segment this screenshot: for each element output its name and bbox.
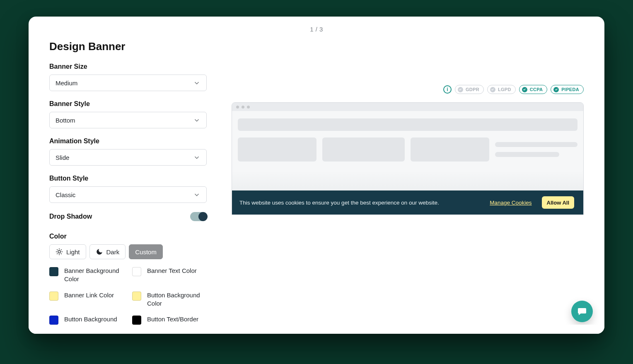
chevron-down-icon bbox=[193, 79, 201, 87]
chip-pipeda[interactable]: PIPEDA bbox=[551, 85, 584, 94]
color-mode-segment: Light Dark Custom bbox=[49, 244, 207, 259]
swatch-label: Button Background bbox=[64, 315, 117, 323]
svg-point-0 bbox=[58, 251, 60, 253]
field-animation-style: Animation Style Slide bbox=[49, 137, 207, 166]
animation-style-label: Animation Style bbox=[49, 137, 207, 145]
animation-style-value: Slide bbox=[56, 154, 69, 161]
color-swatch-icon bbox=[132, 292, 141, 301]
skeleton-block bbox=[238, 137, 316, 162]
svg-line-4 bbox=[61, 253, 61, 254]
skeleton-block bbox=[238, 118, 577, 131]
banner-actions: Manage Cookies Allow All bbox=[490, 196, 574, 209]
chip-gdpr[interactable]: GDPR bbox=[455, 85, 484, 94]
swatch-banner-link[interactable]: Banner Link Color bbox=[49, 291, 124, 308]
color-mode-dark-label: Dark bbox=[106, 248, 120, 256]
traffic-light-icon bbox=[247, 106, 250, 108]
swatch-label: Banner Background Color bbox=[64, 267, 124, 284]
chip-label: PIPEDA bbox=[561, 87, 579, 92]
chip-label: CCPA bbox=[530, 87, 543, 92]
page-title: Design Banner bbox=[49, 40, 207, 53]
banner-style-label: Banner Style bbox=[49, 100, 207, 108]
field-drop-shadow: Drop Shadow bbox=[49, 212, 207, 221]
banner-size-value: Medium bbox=[56, 80, 77, 87]
manage-cookies-link[interactable]: Manage Cookies bbox=[490, 200, 532, 206]
swatch-banner-bg[interactable]: Banner Background Color bbox=[49, 267, 124, 284]
sun-icon bbox=[56, 248, 63, 256]
preview-panel: i GDPR LGPD CCPA PIPEDA bbox=[232, 40, 584, 334]
field-banner-size: Banner Size Medium bbox=[49, 63, 207, 91]
check-icon bbox=[522, 87, 527, 92]
chevron-down-icon bbox=[193, 116, 201, 124]
banner-style-select[interactable]: Bottom bbox=[49, 112, 207, 128]
browser-preview: This website uses cookies to ensure you … bbox=[232, 102, 584, 215]
content: Design Banner Banner Size Medium Banner … bbox=[49, 40, 584, 334]
compliance-chips: i GDPR LGPD CCPA PIPEDA bbox=[443, 85, 584, 94]
button-style-select[interactable]: Classic bbox=[49, 186, 207, 203]
banner-message: This website uses cookies to ensure you … bbox=[239, 200, 439, 206]
swatch-button-bg-2[interactable]: Button Background bbox=[49, 315, 124, 325]
moon-icon bbox=[96, 248, 103, 256]
color-swatch-icon bbox=[49, 316, 58, 325]
drop-shadow-toggle[interactable] bbox=[190, 212, 207, 221]
swatch-label: Button Text/Border bbox=[147, 315, 198, 323]
swatch-label: Banner Text Color bbox=[147, 267, 197, 275]
chip-lgpd[interactable]: LGPD bbox=[487, 85, 516, 94]
traffic-light-icon bbox=[236, 106, 239, 108]
color-mode-light[interactable]: Light bbox=[49, 244, 86, 259]
animation-style-select[interactable]: Slide bbox=[49, 149, 207, 166]
swatch-button-bg[interactable]: Button Background Color bbox=[132, 291, 207, 308]
chip-label: LGPD bbox=[498, 87, 511, 92]
traffic-light-icon bbox=[242, 106, 244, 108]
drop-shadow-label: Drop Shadow bbox=[49, 213, 92, 220]
swatch-banner-text[interactable]: Banner Text Color bbox=[132, 267, 207, 284]
field-banner-style: Banner Style Bottom bbox=[49, 100, 207, 128]
color-swatch-icon bbox=[132, 267, 141, 276]
skeleton-fade bbox=[232, 171, 583, 190]
svg-line-3 bbox=[57, 250, 58, 250]
skeleton-line bbox=[495, 152, 559, 157]
check-icon bbox=[553, 87, 559, 92]
swatch-button-text-border[interactable]: Button Text/Border bbox=[132, 315, 207, 325]
skeleton-content bbox=[232, 111, 583, 171]
skeleton-line bbox=[495, 142, 577, 147]
banner-size-label: Banner Size bbox=[49, 63, 207, 70]
swatch-grid: Banner Background Color Banner Text Colo… bbox=[49, 267, 207, 325]
check-icon bbox=[490, 87, 495, 92]
svg-line-7 bbox=[57, 253, 58, 254]
swatch-label: Button Background Color bbox=[147, 291, 207, 308]
chip-label: GDPR bbox=[466, 87, 479, 92]
bottom-clip bbox=[29, 325, 604, 334]
banner-style-value: Bottom bbox=[56, 117, 75, 124]
color-mode-custom[interactable]: Custom bbox=[129, 244, 163, 259]
color-swatch-icon bbox=[49, 292, 58, 301]
skeleton-block bbox=[322, 137, 405, 162]
button-style-value: Classic bbox=[56, 191, 75, 198]
field-button-style: Button Style Classic bbox=[49, 175, 207, 203]
app-window: 1 / 3 Design Banner Banner Size Medium B… bbox=[29, 17, 604, 334]
skeleton-block bbox=[411, 137, 489, 162]
color-label: Color bbox=[49, 233, 207, 240]
chevron-down-icon bbox=[193, 154, 201, 161]
browser-titlebar bbox=[232, 103, 583, 111]
toggle-knob bbox=[198, 212, 208, 221]
color-mode-dark[interactable]: Dark bbox=[89, 244, 126, 259]
button-style-label: Button Style bbox=[49, 175, 207, 182]
cookie-banner: This website uses cookies to ensure you … bbox=[232, 190, 583, 215]
chip-ccpa[interactable]: CCPA bbox=[519, 85, 548, 94]
color-mode-custom-label: Custom bbox=[135, 248, 157, 256]
check-icon bbox=[458, 87, 463, 92]
color-mode-light-label: Light bbox=[66, 248, 80, 256]
swatch-label: Banner Link Color bbox=[64, 291, 114, 299]
skeleton-block bbox=[495, 137, 577, 162]
info-icon[interactable]: i bbox=[443, 85, 452, 94]
banner-size-select[interactable]: Medium bbox=[49, 75, 207, 91]
color-swatch-icon bbox=[49, 267, 58, 276]
chat-icon bbox=[577, 306, 587, 316]
help-launcher[interactable] bbox=[571, 301, 593, 322]
color-swatch-icon bbox=[132, 316, 141, 325]
chevron-down-icon bbox=[193, 191, 201, 198]
field-color: Color Light Dark Custom bbox=[49, 233, 207, 325]
allow-all-button[interactable]: Allow All bbox=[542, 196, 574, 209]
page-indicator: 1 / 3 bbox=[49, 26, 584, 33]
svg-line-8 bbox=[61, 250, 61, 250]
